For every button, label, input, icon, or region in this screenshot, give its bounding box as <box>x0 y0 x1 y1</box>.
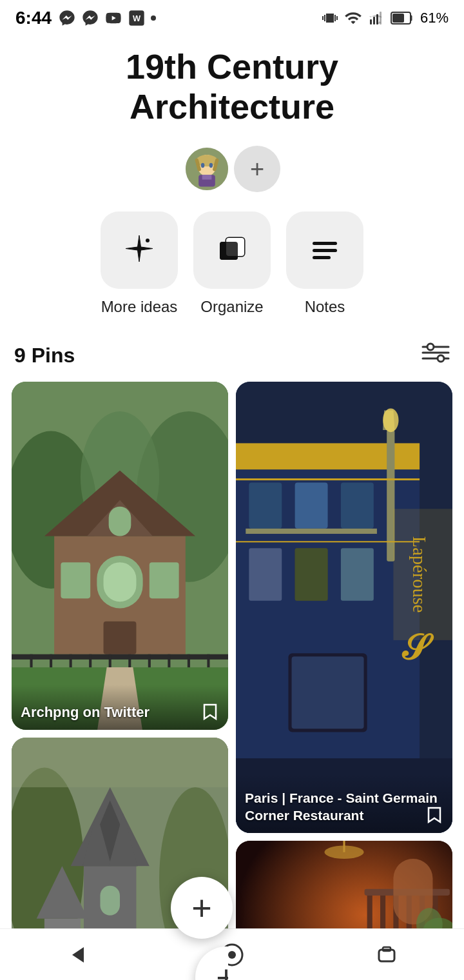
signal-icon <box>369 10 384 26</box>
fab-plus-icon: + <box>191 890 212 925</box>
status-time: 6:44 <box>15 8 52 28</box>
svg-rect-2 <box>370 19 372 24</box>
battery-percentage: 61% <box>420 10 449 26</box>
svg-point-78 <box>383 409 398 433</box>
status-right: 61% <box>322 9 449 27</box>
svg-text:W: W <box>133 14 141 23</box>
svg-point-14 <box>209 163 213 168</box>
notification-icons: W <box>58 9 156 27</box>
pin-card[interactable]: Lapérouse 𝒮 Paris | France - Saint Germa… <box>236 382 452 833</box>
svg-rect-71 <box>12 738 228 787</box>
status-left: 6:44 W <box>15 8 156 28</box>
notes-label: Notes <box>305 298 345 316</box>
svg-rect-42 <box>61 562 90 598</box>
svg-rect-5 <box>380 12 382 24</box>
more-ideas-icon-container <box>101 211 178 289</box>
back-button[interactable] <box>58 936 97 974</box>
svg-point-116 <box>228 951 236 959</box>
add-pin-fab-wrapper[interactable]: + <box>171 877 233 939</box>
battery-icon <box>391 10 414 26</box>
svg-rect-16 <box>202 175 212 179</box>
svg-rect-82 <box>246 529 377 534</box>
dot-indicator <box>151 15 156 21</box>
notes-button[interactable]: Notes <box>286 211 363 316</box>
svg-rect-24 <box>313 256 331 259</box>
avatar[interactable] <box>184 146 230 192</box>
svg-marker-114 <box>72 947 84 963</box>
svg-point-17 <box>146 239 150 242</box>
svg-rect-86 <box>295 549 328 601</box>
svg-rect-85 <box>341 549 374 601</box>
svg-rect-22 <box>313 242 337 245</box>
messenger2-icon <box>81 9 99 27</box>
board-header: 19th Century Architecture <box>0 34 464 133</box>
sparkle-icon <box>122 233 157 268</box>
svg-rect-7 <box>392 14 404 23</box>
organize-button[interactable]: Organize <box>193 211 271 316</box>
youtube-icon <box>104 9 122 27</box>
svg-rect-3 <box>373 17 375 24</box>
pin-label: Archpng on Twitter <box>21 704 150 720</box>
vibrate-icon <box>322 10 338 26</box>
more-ideas-button[interactable]: More ideas <box>101 211 178 316</box>
filter-button[interactable] <box>421 342 450 369</box>
wifi-icon <box>344 9 362 27</box>
pin-card[interactable]: Archpng on Twitter <box>12 382 228 730</box>
organize-icon-container <box>193 211 271 289</box>
weather-icon: W <box>128 9 146 27</box>
svg-rect-43 <box>150 562 179 598</box>
pins-count: 9 Pins <box>14 344 75 368</box>
organize-icon <box>215 233 249 268</box>
svg-rect-83 <box>249 549 282 601</box>
collaborators-row: + <box>0 146 464 192</box>
board-title: 19th Century Architecture <box>26 46 438 126</box>
notes-icon-container <box>286 211 363 289</box>
pin-bookmark-button[interactable] <box>423 803 446 827</box>
pins-header: 9 Pins <box>12 342 452 369</box>
svg-rect-88 <box>292 657 364 729</box>
svg-rect-23 <box>313 249 337 252</box>
organize-label: Organize <box>200 298 263 316</box>
status-bar: 6:44 W <box>0 0 464 34</box>
svg-rect-4 <box>376 14 378 24</box>
svg-point-28 <box>427 344 434 350</box>
svg-rect-45 <box>12 654 228 660</box>
svg-rect-44 <box>104 622 137 654</box>
svg-rect-79 <box>249 483 282 529</box>
notes-icon <box>307 233 342 268</box>
messenger-icon <box>58 9 76 27</box>
svg-text:Lapérouse: Lapérouse <box>409 536 429 613</box>
svg-rect-80 <box>295 483 328 529</box>
svg-rect-41 <box>104 562 137 602</box>
plus-icon: + <box>250 157 264 181</box>
add-collaborator-button[interactable]: + <box>234 146 280 192</box>
svg-rect-66 <box>100 886 120 916</box>
recents-button[interactable] <box>367 936 406 974</box>
svg-rect-39 <box>109 507 131 536</box>
svg-rect-21 <box>220 242 238 260</box>
svg-point-13 <box>201 163 205 168</box>
more-ideas-label: More ideas <box>101 298 178 316</box>
action-buttons-row: More ideas Organize Notes <box>0 211 464 322</box>
fab-plus-icon: + <box>216 960 228 980</box>
svg-rect-81 <box>341 483 374 529</box>
pin-label: Paris | France - Saint Germain Corner Re… <box>245 790 438 823</box>
svg-point-29 <box>438 355 444 362</box>
pin-bookmark-button[interactable] <box>198 700 222 723</box>
